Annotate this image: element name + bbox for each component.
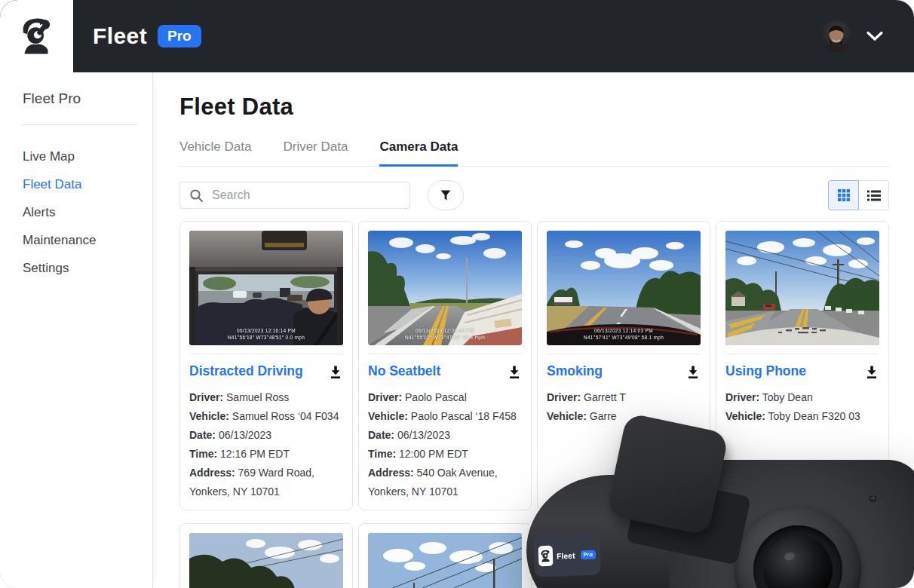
download-icon	[686, 365, 701, 380]
event-details: Driver: Garrett T Vehicle: Garre	[547, 388, 701, 426]
event-title-link[interactable]: Distracted Driving	[189, 363, 303, 380]
event-details: Driver: Samuel Ross Vehicle: Samuel Ross…	[189, 388, 343, 501]
dashcam-snapshot-street[interactable]	[725, 231, 879, 345]
event-title-link[interactable]: Using Phone	[725, 363, 806, 380]
user-avatar[interactable]	[820, 20, 852, 52]
page-title: Fleet Data	[179, 93, 914, 121]
download-icon	[864, 365, 879, 380]
event-card: Using Phone Driver: Toby Dean Vehicle: T…	[716, 221, 889, 510]
tab-vehicle-data[interactable]: Vehicle Data	[179, 139, 251, 166]
download-icon	[328, 365, 343, 380]
download-button[interactable]	[328, 365, 343, 382]
event-details: Driver: Toby Dean Vehicle: Toby Dean F32…	[725, 388, 879, 426]
dashcam-snapshot-trees[interactable]	[189, 533, 343, 588]
download-button[interactable]	[686, 365, 701, 382]
download-button[interactable]	[864, 365, 879, 382]
card-divider	[726, 354, 879, 354]
sidebar-item-live-map[interactable]: Live Map	[23, 142, 152, 170]
fleet-logo	[0, 0, 73, 72]
grid-icon	[837, 188, 851, 202]
list-icon	[866, 189, 882, 202]
sidebar-header: Fleet Pro	[23, 90, 152, 107]
dashcam-snapshot-sky[interactable]	[368, 533, 522, 588]
grid-view-button[interactable]	[828, 180, 859, 210]
card-divider	[369, 354, 521, 354]
filter-button[interactable]	[428, 180, 464, 210]
search-input[interactable]	[212, 188, 400, 202]
search-box[interactable]	[179, 182, 410, 209]
sidebar-item-settings[interactable]: Settings	[23, 254, 152, 282]
app-window: Fleet Pro Fleet Pro	[0, 0, 914, 588]
event-card: 06/13/2023 12:00:06 PM N41°55′02″ W73°47…	[358, 221, 532, 510]
dashcam-snapshot-interior[interactable]: 06/13/2023 12:16:14 PM N41°56′18″ W73°48…	[189, 231, 343, 345]
event-title-link[interactable]: Smoking	[547, 363, 603, 380]
sidebar-item-fleet-data[interactable]: Fleet Data	[23, 170, 152, 198]
event-card	[716, 523, 889, 588]
chevron-down-icon[interactable]	[866, 31, 884, 41]
dashcam-snapshot-road[interactable]: 06/13/2023 12:00:06 PM N41°55′02″ W73°47…	[368, 231, 522, 345]
event-details: Driver: Paolo Pascal Vehicle: Paolo Pasc…	[368, 388, 522, 501]
event-card	[537, 523, 710, 588]
event-card: 06/13/2023 12:14:03 PM N41°57′41″ W73°49…	[537, 221, 710, 510]
dashcam-snapshot-greenery[interactable]	[547, 533, 701, 588]
tab-driver-data[interactable]: Driver Data	[283, 139, 348, 166]
snapshot-timestamp: 06/13/2023 12:14:03 PM N41°57′41″ W73°49…	[547, 327, 701, 342]
sidebar-item-alerts[interactable]: Alerts	[23, 198, 152, 226]
tab-camera-data[interactable]: Camera Data	[379, 139, 458, 167]
fleet-logo-icon	[15, 14, 59, 58]
sidebar-item-maintenance[interactable]: Maintenance	[23, 226, 152, 254]
list-view-button[interactable]	[858, 180, 889, 210]
camera-event-grid: 06/13/2023 12:16:14 PM N41°56′18″ W73°48…	[179, 221, 914, 588]
event-card	[358, 523, 532, 588]
main-content: Fleet Data Vehicle Data Driver Data Came…	[154, 72, 914, 588]
event-card	[179, 523, 353, 588]
view-toggle	[828, 180, 889, 210]
pro-badge: Pro	[158, 25, 201, 47]
dashcam-snapshot-road-far[interactable]	[725, 533, 879, 588]
card-divider	[190, 354, 342, 354]
top-bar: Fleet Pro	[0, 0, 914, 72]
dashcam-snapshot-highway[interactable]: 06/13/2023 12:14:03 PM N41°57′41″ W73°49…	[547, 231, 701, 345]
brand-title: Fleet	[93, 23, 147, 49]
filter-icon	[439, 189, 452, 202]
sidebar: Fleet Pro Live Map Fleet Data Alerts Mai…	[0, 72, 153, 588]
tab-bar: Vehicle Data Driver Data Camera Data	[179, 139, 889, 167]
snapshot-timestamp: 06/13/2023 12:16:14 PM N41°56′18″ W73°48…	[189, 327, 343, 342]
download-icon	[507, 365, 522, 380]
card-divider	[547, 354, 700, 354]
event-card: 06/13/2023 12:16:14 PM N41°56′18″ W73°48…	[179, 221, 353, 510]
toolbar	[179, 180, 889, 210]
snapshot-timestamp: 06/13/2023 12:00:06 PM N41°55′02″ W73°47…	[368, 327, 522, 342]
download-button[interactable]	[507, 365, 522, 382]
event-title-link[interactable]: No Seatbelt	[368, 363, 440, 380]
search-icon	[189, 188, 204, 203]
sidebar-divider	[23, 124, 137, 125]
